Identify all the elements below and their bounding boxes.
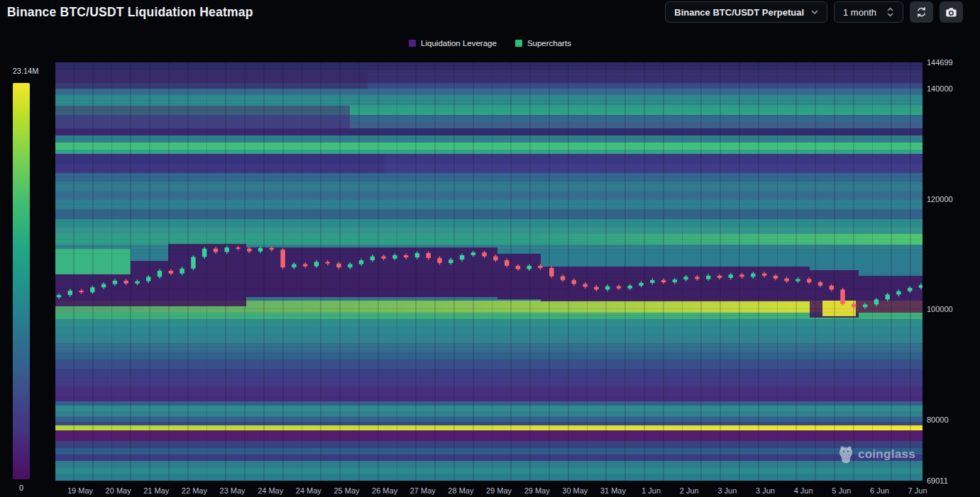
time-axis: 19 May20 May21 May22 May23 May24 May24 M… xyxy=(55,485,923,496)
liquidation-colorbar xyxy=(13,83,30,479)
time-tick-label: 24 May xyxy=(258,486,283,495)
time-tick-label: 6 Jun xyxy=(870,486,889,495)
price-tick-label: 120000 xyxy=(927,195,953,203)
chart-legend: Liquidation Leverage Supercharts xyxy=(0,39,980,48)
time-tick-label: 25 May xyxy=(334,486,359,495)
time-tick-label: 22 May xyxy=(182,486,207,495)
time-tick-label: 1 Jun xyxy=(642,486,661,495)
time-tick-label: 24 May xyxy=(296,486,321,495)
camera-icon xyxy=(945,7,957,18)
chevron-down-icon xyxy=(811,10,818,14)
time-tick-label: 20 May xyxy=(106,486,131,495)
stepper-icon xyxy=(886,7,894,17)
time-tick-label: 26 May xyxy=(372,486,397,495)
time-tick-label: 19 May xyxy=(67,486,93,495)
price-axis: 1446991400001200001000008000069011 xyxy=(927,62,976,481)
time-tick-label: 30 May xyxy=(562,486,588,495)
refresh-icon xyxy=(915,6,927,18)
price-tick-label: 100000 xyxy=(927,305,953,313)
time-tick-label: 31 May xyxy=(600,486,626,495)
time-tick-label: 27 May xyxy=(410,486,436,495)
colorbar-min-label: 0 xyxy=(13,484,30,492)
legend-item-liquidation-leverage[interactable]: Liquidation Leverage xyxy=(409,39,497,48)
time-tick-label: 29 May xyxy=(524,486,550,495)
time-tick-label: 7 Jun xyxy=(908,486,927,495)
heatmap-plot[interactable]: coinglass xyxy=(55,62,923,481)
time-tick-label: 4 Jun xyxy=(794,486,813,495)
time-tick-label: 2 Jun xyxy=(680,486,699,495)
legend-swatch-purple xyxy=(409,40,416,47)
time-tick-label: 21 May xyxy=(143,486,169,495)
legend-item-supercharts[interactable]: Supercharts xyxy=(515,39,571,48)
time-tick-label: 5 Jun xyxy=(832,486,851,495)
screenshot-button[interactable] xyxy=(940,1,963,23)
price-tick-label: 140000 xyxy=(927,84,953,93)
refresh-button[interactable] xyxy=(910,1,933,23)
legend-label: Liquidation Leverage xyxy=(421,39,497,48)
price-tick-label: 80000 xyxy=(927,415,949,424)
symbol-select-label: Binance BTC/USDT Perpetual xyxy=(674,7,804,18)
header-controls: Binance BTC/USDT Perpetual 1 month xyxy=(665,1,963,23)
time-tick-label: 3 Jun xyxy=(717,486,737,495)
time-tick-label: 29 May xyxy=(486,486,512,495)
price-tick-label: 144699 xyxy=(927,58,953,67)
legend-swatch-green xyxy=(515,40,522,47)
timeframe-select[interactable]: 1 month xyxy=(834,1,903,23)
timeframe-select-label: 1 month xyxy=(843,7,876,18)
symbol-select[interactable]: Binance BTC/USDT Perpetual xyxy=(665,1,827,23)
colorbar-max-label: 23.14M xyxy=(6,67,45,75)
time-tick-label: 28 May xyxy=(448,486,473,495)
candlestick-series xyxy=(55,62,923,481)
liquidation-heatmap-app: Binance BTC/USDT Liquidation Heatmap Bin… xyxy=(0,0,980,497)
price-tick-label: 69011 xyxy=(927,476,948,485)
legend-label: Supercharts xyxy=(527,39,571,48)
time-tick-label: 3 Jun xyxy=(756,486,775,495)
page-title: Binance BTC/USDT Liquidation Heatmap xyxy=(7,5,253,20)
time-tick-label: 23 May xyxy=(220,486,246,495)
